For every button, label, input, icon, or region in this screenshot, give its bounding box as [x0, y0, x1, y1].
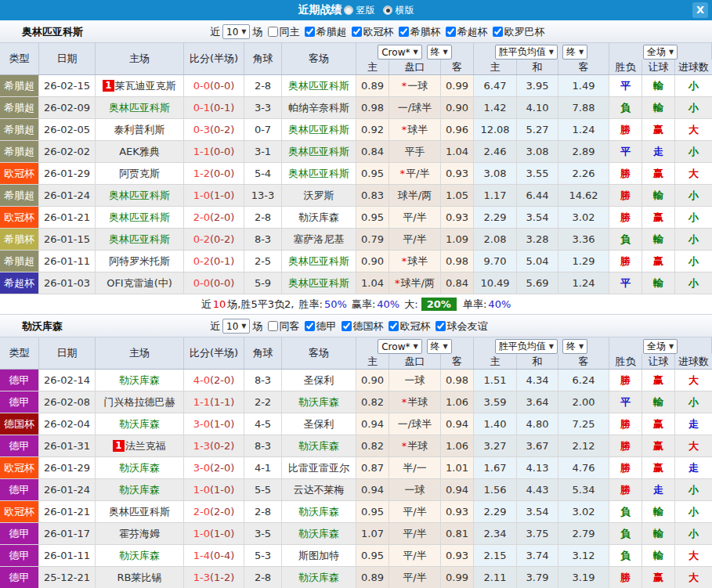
fulltime-score: 1-1 — [193, 146, 210, 157]
stage-select-2[interactable]: 终▼ — [562, 339, 587, 354]
league-filter-2-checkbox[interactable] — [389, 321, 399, 331]
stage-select-2[interactable]: 终▼ — [562, 45, 587, 60]
sub-column-header: 盘口 — [389, 60, 441, 74]
home-team-name: 阿贾克斯 — [119, 167, 160, 181]
result-handicap: 赢 — [642, 413, 675, 435]
match-row: 德甲26-01-17霍芬海姆1-0(1-0)3-5勒沃库森1.07平/半0.81… — [0, 523, 712, 545]
away-team-name: 圣保利 — [304, 417, 334, 431]
away-team-name: 勒沃库森 — [298, 527, 339, 541]
match-row: 德甲26-01-24勒沃库森1-0(1-0)5-5云达不莱梅0.94一球0.94… — [0, 479, 712, 501]
header-dropdown-zone: 胜平负均值▼终▼ — [474, 43, 609, 60]
halftime-score: (1-1) — [210, 396, 234, 408]
league-filter-0-checkbox[interactable] — [305, 321, 315, 331]
chevron-down-icon: ▼ — [549, 49, 554, 56]
sub-column-header: 和 — [517, 60, 558, 74]
filter-controls: 近10▼场同客德甲德国杯欧冠杯球会友谊 — [210, 319, 487, 334]
handicap-line: *球半/两 — [389, 272, 441, 294]
away-team-name: 奥林匹亚科斯 — [288, 276, 349, 290]
match-count-select[interactable]: 10▼ — [222, 319, 250, 334]
league-filter-1-checkbox[interactable] — [342, 321, 352, 331]
single-rate-label: 单率: — [460, 298, 487, 312]
match-row: 希超杯26-01-03OFI克雷迪(中)0-0(0-0)5-9奥林匹亚科斯1.0… — [0, 272, 712, 294]
league-filter-0-label: 德甲 — [316, 320, 336, 332]
games-label: 场 — [252, 25, 262, 39]
radio-vertical-icon[interactable] — [344, 5, 353, 15]
handicap-text: 平/半 — [403, 549, 426, 563]
corner-count: 4-5 — [244, 413, 282, 435]
stage-select[interactable]: 终▼ — [427, 45, 452, 60]
column-header: 比分(半场) — [184, 337, 244, 369]
star-marker: * — [395, 277, 400, 289]
handicap-line: *球半 — [389, 251, 441, 272]
home-team: OFI克雷迪(中) — [96, 272, 184, 294]
league-filter-0-checkbox[interactable] — [305, 27, 315, 37]
summary-record: 场,胜5平3负2, — [227, 298, 297, 312]
corner-count: 2-5 — [244, 251, 282, 272]
handicap-line: *球半 — [389, 119, 441, 140]
euro-odds-away: 3.12 — [558, 545, 609, 566]
result-handicap: 輸 — [642, 97, 675, 118]
radio-horizontal-icon[interactable] — [383, 5, 392, 15]
league-filter-2-checkbox[interactable] — [399, 27, 409, 37]
corner-count: 5-4 — [244, 163, 282, 184]
handicap-odds-away: 0.93 — [441, 545, 474, 566]
halftime-score: (0-1) — [210, 102, 234, 114]
euro-odds-draw: 3.08 — [517, 141, 558, 162]
fulltime-score: 0-1 — [193, 102, 210, 114]
win-rate-value: 50% — [324, 298, 350, 310]
odds-source-select[interactable]: Crow*▼ — [378, 45, 421, 60]
home-team-name: 泰利普利斯 — [114, 123, 165, 137]
result-outcome: 平 — [609, 75, 642, 96]
corner-count: 2-8 — [244, 501, 282, 522]
handicap-text: 半球 — [407, 439, 428, 453]
handicap-text: 平/半 — [406, 167, 429, 181]
close-icon[interactable]: X — [692, 2, 708, 18]
avg-odds-select[interactable]: 胜平负均值▼ — [495, 339, 558, 354]
fulltime-score: 2-0 — [193, 211, 210, 223]
corner-count: 3-3 — [244, 97, 282, 118]
rank-badge: 1 — [103, 80, 114, 92]
league-filter-3-checkbox[interactable] — [446, 27, 456, 37]
chevron-down-icon: ▼ — [549, 343, 554, 350]
score: 1-1(1-1) — [184, 391, 244, 413]
odds-source-select[interactable]: Crow*▼ — [378, 339, 421, 354]
section-olympiacos: 奥林匹亚科斯近10▼场同主希腊超欧冠杯希腊杯希超杯欧罗巴杯类型日期主场比分(半场… — [0, 20, 712, 315]
competition-badge: 德甲 — [0, 523, 39, 544]
stage-select[interactable]: 终▼ — [427, 339, 452, 354]
euro-odds-away: 6.24 — [558, 370, 609, 391]
halftime-score: (0-1) — [210, 255, 234, 267]
same-venue-filter-checkbox[interactable] — [268, 321, 278, 331]
result-goals: 小 — [675, 185, 712, 206]
euro-odds-away: 3.19 — [558, 567, 609, 588]
result-outcome: 平 — [609, 141, 642, 162]
league-filter-3-checkbox[interactable] — [436, 321, 446, 331]
competition-badge: 欧冠杯 — [0, 457, 39, 478]
euro-odds-draw: 3.79 — [517, 567, 558, 588]
halftime-score: (0-0) — [210, 146, 234, 157]
radio-horizontal-layout[interactable]: 横版 — [383, 4, 414, 17]
result-outcome: 勝 — [609, 251, 642, 272]
league-filter-2: 欧冠杯 — [385, 319, 430, 334]
fulltime-score: 1-0 — [193, 528, 210, 539]
radio-vertical-layout[interactable]: 竖版 — [344, 4, 375, 17]
match-count-select[interactable]: 10▼ — [222, 24, 250, 39]
handicap-odds-home: 0.87 — [356, 457, 389, 478]
fulltime-select[interactable]: 全场▼ — [643, 339, 678, 354]
avg-odds-select[interactable]: 胜平负均值▼ — [495, 45, 558, 60]
fulltime-score: 1-2 — [193, 168, 210, 179]
same-venue-filter-checkbox[interactable] — [268, 27, 278, 37]
home-team: 勒沃库森 — [96, 479, 184, 500]
competition-badge: 德国杯 — [0, 413, 39, 435]
halftime-score: (2-0) — [210, 374, 234, 386]
result-outcome: 負 — [609, 229, 642, 250]
league-filter-4-checkbox[interactable] — [493, 27, 503, 37]
result-handicap: 輸 — [642, 272, 675, 294]
fulltime-select[interactable]: 全场▼ — [643, 45, 678, 60]
result-outcome: 負 — [609, 501, 642, 522]
match-row: 欧冠杯26-01-29阿贾克斯1-2(0-0)5-4奥林匹亚科斯0.95*平/半… — [0, 163, 712, 185]
rank-badge: 1 — [113, 440, 124, 452]
match-date: 25-12-21 — [39, 567, 96, 588]
league-filter-1-checkbox[interactable] — [352, 27, 362, 37]
big-rate-badge: 20% — [421, 298, 457, 311]
away-team-name: 奥林匹亚科斯 — [288, 123, 349, 137]
